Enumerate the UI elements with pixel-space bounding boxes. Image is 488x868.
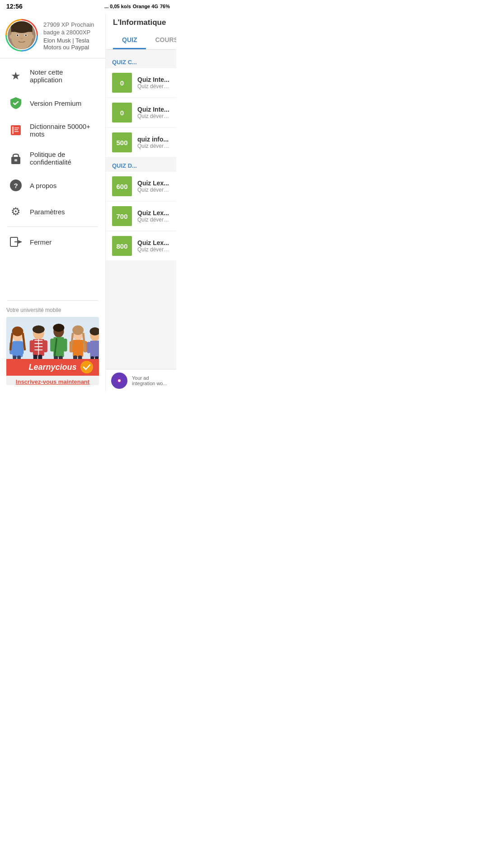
quiz-score-6: 800 [112,236,132,256]
book-icon [9,123,23,137]
svg-point-6 [25,34,27,36]
tab-quiz[interactable]: QUIZ [113,32,146,49]
quiz-desc-1: Quiz déveroull... [137,83,170,90]
signup-link[interactable]: Inscrivez-vous maintenant [6,378,99,385]
status-bar: 12:56 ... 0,05 ko/s Orange 4G 76% [0,0,176,13]
university-divider [7,300,98,301]
banner-image: Learnycious [6,317,99,376]
svg-rect-12 [14,129,18,130]
cours-tab-label: COURS [155,36,176,43]
svg-rect-36 [63,339,67,352]
quiz-item-4[interactable]: 600 Quiz Lex... Quiz déveroull... [106,172,176,201]
quiz-item-3[interactable]: 500 quiz info... Quiz déveroull... [106,128,176,157]
quiz-desc-4: Quiz déveroull... [137,187,170,193]
star-icon: ★ [9,69,23,83]
profile-section: 27909 XP Prochain badge à 28000XP Elon M… [0,13,105,58]
avatar-border [5,19,38,52]
time: 12:56 [6,3,23,10]
svg-point-5 [17,34,19,36]
menu-divider [7,226,98,227]
section-heading-2: QUIZ D... [106,158,176,172]
sidebar-drawer: 27909 XP Prochain badge à 28000XP Elon M… [0,13,106,392]
tab-cours[interactable]: COURS [146,32,176,49]
about-label: A propos [30,182,56,189]
banner-brand: Learnycious [28,363,76,372]
quiz-name-2: Quiz Inte... [137,106,170,113]
ad-banner: Your ad integration wo... [106,369,176,392]
svg-point-58 [118,379,121,382]
quiz-name-1: Quiz Inte... [137,76,170,83]
ad-icon [111,373,127,389]
quiz-item-2[interactable]: 0 Quiz Inte... Quiz déveroull... [106,98,176,127]
ad-logo-icon [114,376,124,386]
avatar [8,21,36,49]
quiz-tab-label: QUIZ [122,36,137,43]
ad-text: Your ad integration wo... [132,375,171,386]
quiz-desc-5: Quiz déveroull... [137,217,170,223]
svg-point-8 [31,35,33,39]
help-icon: ? [9,179,23,192]
sidebar-item-settings[interactable]: ⚙ Paramètres [0,198,105,225]
university-label: Votre université mobile [6,307,99,313]
quiz-score-5: 700 [112,206,132,226]
quiz-info-2: Quiz Inte... Quiz déveroull... [137,106,170,119]
quiz-item-5[interactable]: 700 Quiz Lex... Quiz déveroull... [106,202,176,231]
svg-rect-22 [19,342,23,354]
sidebar-item-close[interactable]: Fermer [0,229,105,255]
menu-list: ★ Noter cette application Version Premiu… [0,58,105,298]
sidebar-item-about[interactable]: ? A propos [0,172,105,198]
quiz-desc-3: Quiz déveroull... [137,143,170,149]
shield-icon [9,96,23,110]
quiz-score-2: 0 [112,103,132,123]
svg-rect-11 [14,127,19,128]
quiz-name-6: Quiz Lex... [137,239,170,246]
sidebar-item-rate[interactable]: ★ Noter cette application [0,62,105,90]
sidebar-item-privacy[interactable]: Politique de confidentialité [0,144,105,172]
quiz-info-4: Quiz Lex... Quiz déveroull... [137,179,170,193]
dictionary-label: Dictionnaire 50000+ mots [30,123,96,138]
people-background: Learnycious [6,317,99,376]
quiz-item-1[interactable]: 0 Quiz Inte... Quiz déveroull... [106,68,176,97]
help-circle: ? [10,179,22,191]
avatar-face-svg [8,21,36,49]
profile-info: 27909 XP Prochain badge à 28000XP Elon M… [43,20,100,51]
rate-label: Noter cette application [30,68,96,84]
svg-rect-15 [14,159,17,161]
svg-rect-30 [30,340,34,353]
svg-point-25 [12,326,23,336]
tabs-row: QUIZ COURS [113,32,169,49]
avatar-inner-wrap [7,20,37,50]
svg-rect-42 [73,340,83,357]
checkmark-icon [80,360,94,374]
quiz-name-3: quiz info... [137,136,170,143]
quiz-info-6: Quiz Lex... Quiz déveroull... [137,239,170,253]
section-heading-1: QUIZ C... [106,54,176,68]
svg-rect-31 [43,340,47,353]
signal-text: ... 0,05 ko/s [104,4,131,9]
privacy-label: Politique de confidentialité [30,151,96,166]
content-body: QUIZ C... 0 Quiz Inte... Quiz déveroull.… [106,50,176,388]
quiz-info-3: quiz info... Quiz déveroull... [137,136,170,149]
network-text: Orange 4G [133,4,158,9]
svg-point-47 [72,326,84,335]
premium-label: Version Premium [30,99,81,107]
xp-value: 27909 XP [43,21,69,28]
quiz-score-1: 0 [112,73,132,93]
app-container: 27909 XP Prochain badge à 28000XP Elon M… [0,13,176,392]
quiz-info-1: Quiz Inte... Quiz déveroull... [137,76,170,90]
privacy-icon [9,151,23,165]
quiz-item-6[interactable]: 800 Quiz Lex... Quiz déveroull... [106,231,176,260]
quiz-desc-6: Quiz déveroull... [137,246,170,253]
quiz-score-4: 600 [112,176,132,196]
sidebar-item-premium[interactable]: Version Premium [0,90,105,116]
svg-rect-2 [11,26,32,32]
university-banner[interactable]: Learnycious Inscrivez-vous maintenant [6,317,99,385]
quiz-name-4: Quiz Lex... [137,179,170,187]
gear-icon: ⚙ [9,205,23,218]
svg-point-32 [33,326,45,334]
svg-rect-10 [12,127,14,134]
sidebar-item-dictionary[interactable]: Dictionnaire 50000+ mots [0,116,105,144]
university-section: Votre université mobile [0,302,105,392]
svg-rect-13 [14,131,19,132]
profile-xp: 27909 XP Prochain badge à 28000XP [43,20,100,36]
